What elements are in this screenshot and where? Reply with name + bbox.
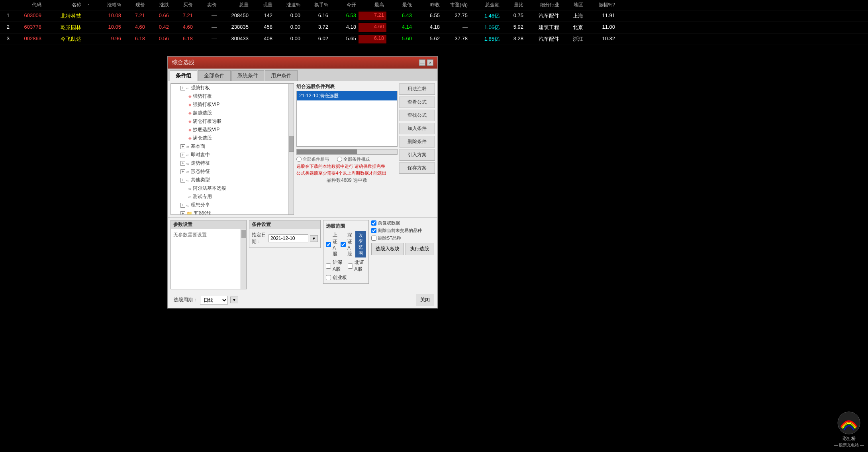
- tree-item-jibenmian[interactable]: + ∞ 基本面: [179, 142, 288, 151]
- header-name: 名称: [44, 1, 84, 9]
- view-formula-button[interactable]: 查看公式: [399, 96, 435, 108]
- close-dialog-button[interactable]: 关闭: [416, 294, 434, 306]
- row2-zhenfu: 11.00: [586, 23, 617, 32]
- row2-su: 0.00: [275, 23, 303, 32]
- table-row[interactable]: 1 603009 北特科技 10.08 7.21 0.66 7.21 — 208…: [0, 10, 868, 22]
- tree-item-lixiang[interactable]: + ∞ 理想分享: [179, 201, 288, 209]
- checkbox-exclude-trading[interactable]: 剔除当前未交易的品种: [371, 228, 435, 234]
- save-plan-button[interactable]: 保存方案: [399, 162, 435, 174]
- header-zuidi: 最低: [386, 1, 414, 9]
- checkbox-chuangye[interactable]: [326, 275, 331, 280]
- diamond-icon: ◆: [188, 94, 192, 98]
- tree-item-wucaikx[interactable]: + 📁 五彩K线: [179, 209, 288, 214]
- select-stock-board-button[interactable]: 选股入板块: [371, 243, 404, 255]
- radio-input-or[interactable]: [337, 157, 342, 162]
- header-zhangfu: 涨幅%: [92, 1, 123, 9]
- tree-item-qiangshidaban[interactable]: ◆ 强势打板: [187, 92, 288, 100]
- row1-shiying: 37.75: [442, 12, 470, 20]
- tab-user-conditions[interactable]: 用户条件: [265, 70, 298, 81]
- tree-scrollbar[interactable]: [288, 84, 294, 214]
- tree-item-qiangshidabanvip[interactable]: ◆ 强势打板VIP: [187, 100, 288, 109]
- date-label: 指定日期：: [252, 232, 267, 245]
- close-title-button[interactable]: ×: [427, 59, 433, 66]
- checkbox-bei[interactable]: [348, 263, 353, 269]
- range-shang[interactable]: 上证A股: [326, 231, 337, 257]
- param-scrollbar[interactable]: [241, 229, 246, 289]
- condition-list[interactable]: 21-12-10 满仓选股: [296, 91, 398, 147]
- row3-huan: 6.02: [303, 35, 331, 43]
- tree-item-mancanxuangu[interactable]: ◆ 满仓选股: [187, 134, 288, 142]
- date-dropdown-button[interactable]: ▼: [310, 235, 318, 242]
- radio-all-or[interactable]: 全部条件相或: [337, 156, 370, 162]
- tree-item-qitaleixing[interactable]: + ∞ 其他类型: [179, 176, 288, 184]
- table-row[interactable]: 2 603778 乾景园林 10.05 4.60 0.42 4.60 — 238…: [0, 22, 868, 33]
- expand-icon: +: [180, 178, 185, 183]
- tree-content[interactable]: + ∞ 强势打板 ◆ 强势打板 ◆ 强势打板VIP ◆ 超越选股 ◆: [171, 84, 288, 214]
- checkbox-shang[interactable]: [326, 242, 331, 247]
- date-input[interactable]: [268, 234, 308, 242]
- inf-icon: ∞: [188, 195, 192, 199]
- change-range-button[interactable]: 改变范围: [355, 231, 366, 257]
- diamond-icon: ◆: [188, 102, 192, 107]
- row1-xianjia: 7.21: [123, 12, 147, 20]
- tree-item-qiangshedabangroup[interactable]: + ∞ 强势打板: [179, 84, 288, 92]
- tree-item-label: 强势打板: [193, 93, 212, 100]
- tree-item-label: 五彩K线: [194, 210, 211, 214]
- header-zuigao: 最高: [359, 1, 386, 9]
- header-jinkai: 今开: [331, 1, 359, 9]
- checkbox-exclude-st[interactable]: 剔除ST品种: [371, 235, 435, 241]
- delete-condition-button[interactable]: 删除条件: [399, 136, 435, 147]
- tree-item-alfa[interactable]: ∞ 阿尔法基本选股: [187, 184, 288, 193]
- find-formula-button[interactable]: 查找公式: [399, 110, 435, 121]
- add-condition-button[interactable]: 加入条件: [399, 123, 435, 134]
- execute-select-button[interactable]: 执行选股: [406, 243, 433, 255]
- row3-xifenhy: 汽车配件: [526, 35, 562, 43]
- radio-input-and[interactable]: [296, 157, 302, 162]
- radio-all-and[interactable]: 全部条件相与: [296, 156, 329, 162]
- range-shen[interactable]: 深证A股: [341, 231, 352, 257]
- right-section: 组合选股条件列表 21-12-10 满仓选股 全部条件相与: [296, 83, 435, 215]
- checkbox-fuquan[interactable]: 前复权数据: [371, 220, 435, 226]
- row1-zongjine: 1.46亿: [470, 12, 502, 20]
- minimize-button[interactable]: —: [419, 59, 425, 66]
- tree-item-test[interactable]: ∞ 测试专用: [187, 193, 288, 201]
- row2-zuoshou: 4.18: [414, 23, 442, 32]
- input-fuquan[interactable]: [371, 220, 376, 226]
- tree-item-chaodixuanguvip[interactable]: ◆ 抄底选股VIP: [187, 126, 288, 134]
- tree-item-xingtai[interactable]: + ∞ 形态特征: [179, 167, 288, 176]
- input-exclude-trading[interactable]: [371, 228, 376, 233]
- condition-item-1[interactable]: 21-12-10 满仓选股: [297, 91, 397, 100]
- row3-su: 0.00: [275, 35, 303, 43]
- checkbox-shen[interactable]: [341, 242, 346, 247]
- range-hushen[interactable]: 沪深A股: [326, 259, 345, 273]
- tab-all-conditions[interactable]: 全部条件: [198, 70, 231, 81]
- table-row[interactable]: 3 002863 今飞凯达 9.96 6.18 0.56 6.18 — 3004…: [0, 33, 868, 45]
- row2-xian: 458: [251, 23, 275, 32]
- input-exclude-st[interactable]: [371, 236, 376, 241]
- row1-zhangdie: 0.66: [147, 12, 171, 20]
- row2-zong: 238835: [219, 23, 251, 32]
- tree-item-mancanggudaban[interactable]: ◆ 满仓打板选股: [187, 117, 288, 126]
- checkbox-hushen[interactable]: [326, 263, 331, 269]
- tab-condition-group[interactable]: 条件组: [170, 70, 197, 81]
- row3-liangbi: 3.28: [502, 35, 526, 43]
- tree-item-jishizhong[interactable]: + ∞ 即时盘中: [179, 151, 288, 159]
- period-dropdown-button[interactable]: ▼: [230, 297, 238, 303]
- header-zhangdie: 涨跌: [147, 1, 171, 9]
- param-scroll-thumb: [241, 230, 246, 238]
- tree-item-chaoyuexugu[interactable]: ◆ 超越选股: [187, 109, 288, 117]
- import-plan-button[interactable]: 引入方案: [399, 149, 435, 161]
- param-panel-title: 参数设置: [171, 220, 246, 229]
- row1-jinkai: 6.53: [331, 12, 359, 20]
- header-huan: 换手%: [303, 1, 331, 9]
- range-chuangye[interactable]: 创业板: [326, 274, 366, 281]
- range-title: 选股范围: [326, 223, 366, 230]
- usage-note-button[interactable]: 用法注释: [399, 83, 435, 95]
- param-panel: 参数设置 无参数需要设置: [170, 220, 247, 289]
- inf-icon: ∞: [186, 203, 190, 208]
- tree-item-zoushi[interactable]: + ∞ 走势特征: [179, 159, 288, 167]
- tab-system-conditions[interactable]: 系统条件: [231, 70, 264, 81]
- period-select[interactable]: 日线 周线 月线 分钟线: [200, 296, 228, 305]
- range-bei[interactable]: 北证A股: [348, 259, 366, 273]
- inf-icon: ∞: [186, 86, 190, 90]
